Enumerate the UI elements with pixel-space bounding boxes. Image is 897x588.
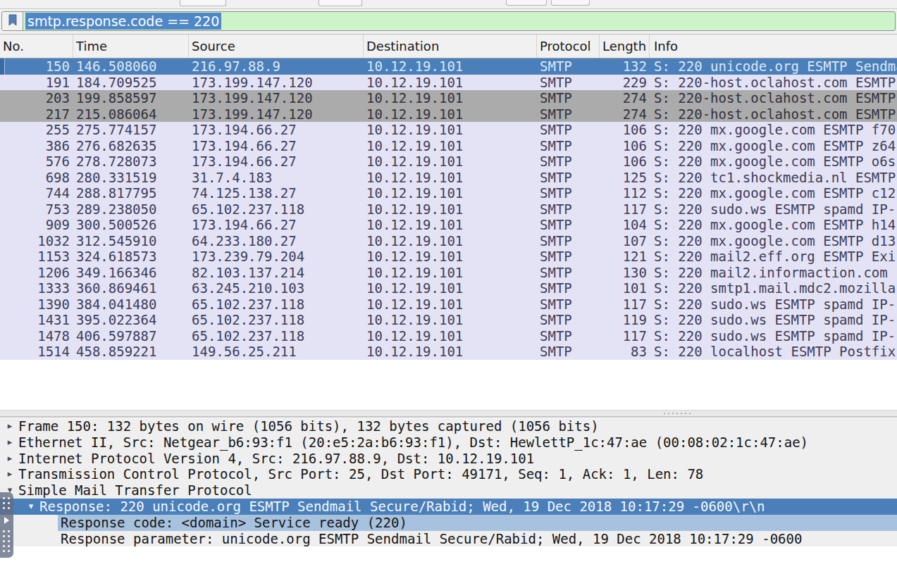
column-header-time[interactable]: Time	[73, 35, 189, 58]
cell-protocol: SMTP	[537, 328, 600, 344]
detail-row[interactable]: Response code: <domain> Service ready (2…	[0, 515, 897, 531]
cell-source: 173.239.79.204	[189, 249, 364, 265]
detail-row[interactable]: ▾ Simple Mail Transfer Protocol	[0, 482, 897, 499]
cell-protocol: SMTP	[537, 201, 600, 218]
cell-info: S: 220-host.oclahost.com ESMTP	[650, 90, 897, 106]
detail-row[interactable]: ▸ Transmission Control Protocol, Src Por…	[0, 466, 897, 482]
toolbar-button-fragment[interactable]	[180, 0, 226, 6]
drawer-handle[interactable]	[0, 492, 13, 558]
cell-info: S: 220 sudo.ws ESMTP spamd IP-	[650, 328, 897, 344]
packet-row[interactable]: 753 289.238050 65.102.237.118 10.12.19.1…	[0, 201, 897, 218]
filter-bookmark-button[interactable]	[2, 12, 23, 30]
cell-no: 203	[0, 90, 73, 106]
expander-icon[interactable]: ▸	[4, 451, 16, 467]
cell-destination: 10.12.19.101	[364, 170, 537, 186]
packet-row[interactable]: 255 275.774157 173.194.66.27 10.12.19.10…	[0, 122, 897, 138]
cell-no: 150	[0, 58, 73, 75]
detail-row[interactable]: Response parameter: unicode.org ESMTP Se…	[0, 531, 897, 547]
packet-row[interactable]: 1333 360.869461 63.245.210.103 10.12.19.…	[0, 280, 897, 296]
column-header-destination[interactable]: Destination	[364, 35, 537, 58]
packet-row[interactable]: 1032 312.545910 64.233.180.27 10.12.19.1…	[0, 233, 897, 249]
dots-grip-icon	[2, 496, 11, 511]
cell-info: S: 220 mail2.eff.org ESMTP Exi	[650, 249, 897, 265]
packet-row[interactable]: 1390 384.041480 65.102.237.118 10.12.19.…	[0, 296, 897, 313]
column-header-info[interactable]: Info	[650, 35, 897, 58]
packet-row[interactable]: 1153 324.618573 173.239.79.204 10.12.19.…	[0, 249, 897, 265]
dots-grip-icon	[2, 530, 11, 553]
cell-no: 191	[0, 75, 73, 91]
cell-length: 121	[600, 249, 650, 265]
toolbar-button-fragment[interactable]	[551, 0, 590, 6]
column-header-no[interactable]: No.	[0, 35, 73, 58]
packet-row[interactable]: 150 146.508060 216.97.88.9 10.12.19.101 …	[0, 58, 897, 75]
cell-destination: 10.12.19.101	[364, 280, 537, 296]
detail-row[interactable]: ▸ Ethernet II, Src: Netgear_b6:93:f1 (20…	[0, 434, 897, 451]
display-filter-input[interactable]: smtp.response.code == 220	[1, 11, 896, 31]
detail-row[interactable]: ▸ Internet Protocol Version 4, Src: 216.…	[0, 451, 897, 467]
cell-protocol: SMTP	[537, 185, 600, 201]
cell-protocol: SMTP	[537, 249, 600, 265]
expander-icon[interactable]: ▾	[25, 499, 37, 515]
expander-icon[interactable]: ▸	[4, 434, 16, 451]
cell-length: 83	[600, 344, 650, 360]
cell-protocol: SMTP	[537, 265, 600, 281]
packet-row[interactable]: 1514 458.859221 149.56.25.211 10.12.19.1…	[0, 344, 897, 360]
cell-time: 384.041480	[73, 296, 189, 313]
cell-length: 274	[600, 90, 650, 106]
cell-destination: 10.12.19.101	[364, 122, 537, 138]
cell-destination: 10.12.19.101	[364, 312, 537, 328]
cell-source: 63.245.210.103	[189, 280, 364, 296]
cell-length: 104	[600, 217, 650, 233]
cell-time: 215.086064	[73, 106, 189, 123]
packet-row[interactable]: 576 278.728073 173.194.66.27 10.12.19.10…	[0, 154, 897, 170]
toolbar-button-fragment[interactable]	[318, 0, 362, 6]
cell-time: 458.859221	[73, 344, 189, 360]
column-header-protocol[interactable]: Protocol	[537, 35, 600, 58]
cell-info: S: 220 localhost ESMTP Postfix	[650, 344, 897, 360]
toolbar-strip	[0, 0, 897, 9]
toolbar-button-fragment[interactable]	[506, 0, 547, 6]
cell-info: S: 220 mx.google.com ESMTP o6s	[650, 154, 897, 170]
cell-no: 1153	[0, 249, 73, 265]
cell-source: 65.102.237.118	[189, 296, 364, 313]
cell-no: 1390	[0, 296, 73, 313]
packet-list-empty-area	[0, 360, 897, 410]
packet-row[interactable]: 203 199.858597 173.199.147.120 10.12.19.…	[0, 90, 897, 106]
packet-row[interactable]: 1206 349.166346 82.103.137.214 10.12.19.…	[0, 265, 897, 281]
cell-time: 199.858597	[73, 90, 189, 106]
packet-row[interactable]: 744 288.817795 74.125.138.27 10.12.19.10…	[0, 185, 897, 201]
cell-protocol: SMTP	[537, 344, 600, 360]
cell-length: 117	[600, 201, 650, 218]
packet-row[interactable]: 386 276.682635 173.194.66.27 10.12.19.10…	[0, 138, 897, 154]
cell-info: S: 220 mx.google.com ESMTP h14	[650, 217, 897, 233]
cell-time: 300.500526	[73, 217, 189, 233]
detail-row[interactable]: ▾ Response: 220 unicode.org ESMTP Sendma…	[0, 499, 897, 515]
cell-info: S: 220 mx.google.com ESMTP f70	[650, 122, 897, 138]
expander-icon[interactable]: ▸	[4, 418, 16, 434]
packet-row[interactable]: 191 184.709525 173.199.147.120 10.12.19.…	[0, 75, 897, 91]
cell-protocol: SMTP	[537, 90, 600, 106]
pane-splitter[interactable]	[0, 410, 897, 417]
column-header-length[interactable]: Length	[600, 35, 650, 58]
cell-source: 65.102.237.118	[189, 312, 364, 328]
cell-length: 112	[600, 185, 650, 201]
detail-row[interactable]: ▸ Frame 150: 132 bytes on wire (1056 bit…	[0, 418, 897, 434]
cell-no: 1514	[0, 344, 73, 360]
cell-protocol: SMTP	[537, 280, 600, 296]
packet-row[interactable]: 217 215.086064 173.199.147.120 10.12.19.…	[0, 106, 897, 123]
packet-list: 150 146.508060 216.97.88.9 10.12.19.101 …	[0, 58, 897, 360]
cell-protocol: SMTP	[537, 138, 600, 154]
packet-row[interactable]: 1431 395.022364 65.102.237.118 10.12.19.…	[0, 312, 897, 328]
cell-info: S: 220 mail2.informaction.com	[650, 265, 897, 281]
cell-source: 173.199.147.120	[189, 106, 364, 123]
packet-row[interactable]: 1478 406.597887 65.102.237.118 10.12.19.…	[0, 328, 897, 344]
cell-time: 406.597887	[73, 328, 189, 344]
cell-destination: 10.12.19.101	[364, 265, 537, 281]
expander-icon[interactable]: ▸	[4, 466, 16, 482]
packet-row[interactable]: 909 300.500526 173.194.66.27 10.12.19.10…	[0, 217, 897, 233]
cell-no: 255	[0, 122, 73, 138]
column-header-source[interactable]: Source	[189, 35, 364, 58]
packet-row[interactable]: 698 280.331519 31.7.4.183 10.12.19.101 S…	[0, 170, 897, 186]
cell-length: 106	[600, 138, 650, 154]
cell-info: S: 220 unicode.org ESMTP Sendma	[650, 58, 897, 75]
